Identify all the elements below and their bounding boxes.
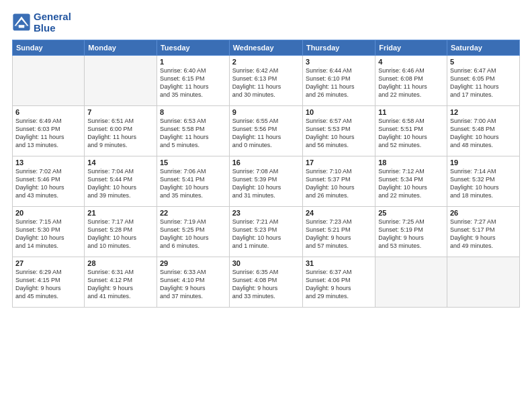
logo: General Blue xyxy=(12,11,71,34)
calendar-cell xyxy=(13,55,85,105)
calendar-week-row: 1Sunrise: 6:40 AM Sunset: 6:15 PM Daylig… xyxy=(13,55,520,105)
logo-text: General Blue xyxy=(34,11,71,34)
day-info: Sunrise: 6:49 AM Sunset: 6:03 PM Dayligh… xyxy=(15,117,81,150)
calendar-cell: 21Sunrise: 7:17 AM Sunset: 5:28 PM Dayli… xyxy=(85,206,157,257)
calendar-week-row: 13Sunrise: 7:02 AM Sunset: 5:46 PM Dayli… xyxy=(13,156,520,206)
day-info: Sunrise: 7:02 AM Sunset: 5:46 PM Dayligh… xyxy=(15,167,81,200)
weekday-header: Saturday xyxy=(447,40,519,55)
calendar-week-row: 6Sunrise: 6:49 AM Sunset: 6:03 PM Daylig… xyxy=(13,105,520,156)
day-number: 24 xyxy=(306,209,372,217)
day-number: 10 xyxy=(306,108,372,116)
calendar-cell: 8Sunrise: 6:53 AM Sunset: 5:58 PM Daylig… xyxy=(157,105,229,156)
day-info: Sunrise: 6:57 AM Sunset: 5:53 PM Dayligh… xyxy=(306,117,372,150)
weekday-header: Sunday xyxy=(13,40,85,55)
day-info: Sunrise: 6:40 AM Sunset: 6:15 PM Dayligh… xyxy=(160,66,226,99)
calendar-cell: 12Sunrise: 7:00 AM Sunset: 5:48 PM Dayli… xyxy=(447,105,519,156)
calendar-cell: 11Sunrise: 6:58 AM Sunset: 5:51 PM Dayli… xyxy=(375,105,447,156)
day-info: Sunrise: 7:23 AM Sunset: 5:21 PM Dayligh… xyxy=(306,218,372,250)
calendar-cell xyxy=(375,257,447,307)
day-info: Sunrise: 7:14 AM Sunset: 5:32 PM Dayligh… xyxy=(450,167,517,200)
day-info: Sunrise: 6:29 AM Sunset: 4:15 PM Dayligh… xyxy=(15,268,81,301)
day-number: 2 xyxy=(232,58,300,66)
svg-rect-3 xyxy=(19,25,24,28)
day-number: 5 xyxy=(450,58,517,66)
calendar-cell: 19Sunrise: 7:14 AM Sunset: 5:32 PM Dayli… xyxy=(447,156,519,206)
day-number: 14 xyxy=(87,158,154,167)
day-info: Sunrise: 7:27 AM Sunset: 5:17 PM Dayligh… xyxy=(450,218,517,250)
day-number: 16 xyxy=(232,158,300,167)
calendar-cell: 4Sunrise: 6:46 AM Sunset: 6:08 PM Daylig… xyxy=(375,55,447,105)
day-info: Sunrise: 6:44 AM Sunset: 6:10 PM Dayligh… xyxy=(306,66,372,99)
day-number: 12 xyxy=(450,108,517,116)
day-number: 1 xyxy=(160,58,226,66)
day-info: Sunrise: 6:51 AM Sunset: 6:00 PM Dayligh… xyxy=(87,117,154,150)
day-number: 15 xyxy=(160,158,226,167)
calendar-cell: 26Sunrise: 7:27 AM Sunset: 5:17 PM Dayli… xyxy=(447,206,519,257)
header: General Blue xyxy=(12,11,520,34)
page: General Blue SundayMondayTuesdayWednesda… xyxy=(0,0,532,411)
day-info: Sunrise: 6:37 AM Sunset: 4:06 PM Dayligh… xyxy=(306,268,372,301)
calendar-cell: 17Sunrise: 7:10 AM Sunset: 5:37 PM Dayli… xyxy=(302,156,375,206)
day-info: Sunrise: 6:58 AM Sunset: 5:51 PM Dayligh… xyxy=(378,117,444,150)
day-info: Sunrise: 6:35 AM Sunset: 4:08 PM Dayligh… xyxy=(232,268,300,301)
day-info: Sunrise: 6:33 AM Sunset: 4:10 PM Dayligh… xyxy=(160,268,226,301)
calendar-header-row: SundayMondayTuesdayWednesdayThursdayFrid… xyxy=(13,40,520,55)
day-number: 3 xyxy=(306,58,372,66)
day-number: 23 xyxy=(232,209,300,217)
calendar-cell: 6Sunrise: 6:49 AM Sunset: 6:03 PM Daylig… xyxy=(13,105,85,156)
day-number: 4 xyxy=(378,58,444,66)
day-number: 7 xyxy=(87,108,154,116)
day-info: Sunrise: 7:19 AM Sunset: 5:25 PM Dayligh… xyxy=(160,218,226,250)
calendar-cell: 27Sunrise: 6:29 AM Sunset: 4:15 PM Dayli… xyxy=(13,257,85,307)
calendar-cell: 7Sunrise: 6:51 AM Sunset: 6:00 PM Daylig… xyxy=(85,105,157,156)
day-number: 25 xyxy=(378,209,444,217)
calendar-cell xyxy=(85,55,157,105)
day-info: Sunrise: 7:10 AM Sunset: 5:37 PM Dayligh… xyxy=(306,167,372,200)
day-number: 31 xyxy=(306,259,372,267)
day-info: Sunrise: 7:17 AM Sunset: 5:28 PM Dayligh… xyxy=(87,218,154,250)
calendar-cell: 16Sunrise: 7:08 AM Sunset: 5:39 PM Dayli… xyxy=(229,156,302,206)
calendar-cell: 23Sunrise: 7:21 AM Sunset: 5:23 PM Dayli… xyxy=(229,206,302,257)
day-number: 21 xyxy=(87,209,154,217)
calendar-cell: 5Sunrise: 6:47 AM Sunset: 6:05 PM Daylig… xyxy=(447,55,519,105)
day-info: Sunrise: 6:53 AM Sunset: 5:58 PM Dayligh… xyxy=(160,117,226,150)
day-info: Sunrise: 6:55 AM Sunset: 5:56 PM Dayligh… xyxy=(232,117,300,150)
calendar-cell: 18Sunrise: 7:12 AM Sunset: 5:34 PM Dayli… xyxy=(375,156,447,206)
calendar-week-row: 27Sunrise: 6:29 AM Sunset: 4:15 PM Dayli… xyxy=(13,257,520,307)
calendar-cell: 9Sunrise: 6:55 AM Sunset: 5:56 PM Daylig… xyxy=(229,105,302,156)
calendar-cell: 25Sunrise: 7:25 AM Sunset: 5:19 PM Dayli… xyxy=(375,206,447,257)
weekday-header: Thursday xyxy=(302,40,375,55)
calendar-cell: 28Sunrise: 6:31 AM Sunset: 4:12 PM Dayli… xyxy=(85,257,157,307)
logo-icon xyxy=(12,13,31,32)
calendar-cell: 10Sunrise: 6:57 AM Sunset: 5:53 PM Dayli… xyxy=(302,105,375,156)
day-info: Sunrise: 6:47 AM Sunset: 6:05 PM Dayligh… xyxy=(450,66,517,99)
day-number: 19 xyxy=(450,158,517,167)
day-info: Sunrise: 7:15 AM Sunset: 5:30 PM Dayligh… xyxy=(15,218,81,250)
calendar-cell: 22Sunrise: 7:19 AM Sunset: 5:25 PM Dayli… xyxy=(157,206,229,257)
day-number: 9 xyxy=(232,108,300,116)
day-number: 20 xyxy=(15,209,81,217)
calendar-cell: 14Sunrise: 7:04 AM Sunset: 5:44 PM Dayli… xyxy=(85,156,157,206)
calendar-cell: 1Sunrise: 6:40 AM Sunset: 6:15 PM Daylig… xyxy=(157,55,229,105)
calendar-cell: 2Sunrise: 6:42 AM Sunset: 6:13 PM Daylig… xyxy=(229,55,302,105)
day-number: 8 xyxy=(160,108,226,116)
day-info: Sunrise: 7:21 AM Sunset: 5:23 PM Dayligh… xyxy=(232,218,300,250)
day-number: 27 xyxy=(15,259,81,267)
day-number: 26 xyxy=(450,209,517,217)
calendar-cell: 15Sunrise: 7:06 AM Sunset: 5:41 PM Dayli… xyxy=(157,156,229,206)
day-info: Sunrise: 7:04 AM Sunset: 5:44 PM Dayligh… xyxy=(87,167,154,200)
day-number: 29 xyxy=(160,259,226,267)
calendar-cell: 31Sunrise: 6:37 AM Sunset: 4:06 PM Dayli… xyxy=(302,257,375,307)
day-info: Sunrise: 7:12 AM Sunset: 5:34 PM Dayligh… xyxy=(378,167,444,200)
weekday-header: Wednesday xyxy=(229,40,302,55)
weekday-header: Friday xyxy=(375,40,447,55)
calendar-cell: 20Sunrise: 7:15 AM Sunset: 5:30 PM Dayli… xyxy=(13,206,85,257)
calendar-cell: 29Sunrise: 6:33 AM Sunset: 4:10 PM Dayli… xyxy=(157,257,229,307)
day-info: Sunrise: 6:42 AM Sunset: 6:13 PM Dayligh… xyxy=(232,66,300,99)
day-info: Sunrise: 7:06 AM Sunset: 5:41 PM Dayligh… xyxy=(160,167,226,200)
day-number: 6 xyxy=(15,108,81,116)
day-info: Sunrise: 7:25 AM Sunset: 5:19 PM Dayligh… xyxy=(378,218,444,250)
day-number: 22 xyxy=(160,209,226,217)
day-number: 13 xyxy=(15,158,81,167)
calendar-week-row: 20Sunrise: 7:15 AM Sunset: 5:30 PM Dayli… xyxy=(13,206,520,257)
